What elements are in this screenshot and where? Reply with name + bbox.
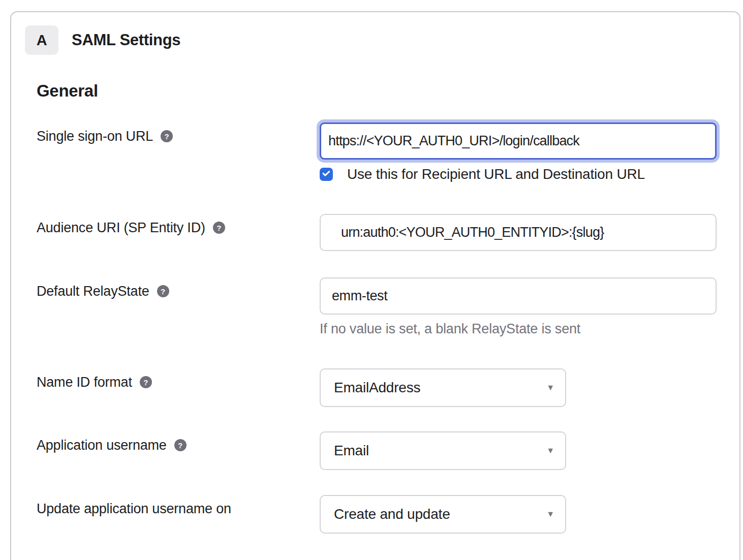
checkmark-icon <box>321 168 331 180</box>
name-id-format-label: Name ID format <box>37 375 132 390</box>
row-single-sign-on-url: Single sign-on URL ? Use this for Recipi… <box>37 122 739 182</box>
application-username-label: Application username <box>37 438 167 453</box>
update-application-username-select[interactable]: Create and update ▼ <box>320 495 566 534</box>
update-application-username-label: Update application username on <box>37 501 231 517</box>
default-relaystate-input[interactable] <box>320 277 717 315</box>
application-username-select[interactable]: Email ▼ <box>320 431 566 470</box>
row-audience-uri: Audience URI (SP Entity ID) ? <box>37 214 739 251</box>
chevron-down-icon: ▼ <box>546 510 554 519</box>
recipient-destination-checkbox-label[interactable]: Use this for Recipient URL and Destinati… <box>347 166 645 182</box>
row-default-relaystate: Default RelayState ? If no value is set,… <box>37 277 739 337</box>
default-relaystate-label: Default RelayState <box>37 284 149 299</box>
single-sign-on-url-label: Single sign-on URL <box>37 129 153 144</box>
help-icon[interactable]: ? <box>161 130 173 142</box>
panel-header: A SAML Settings <box>25 25 739 55</box>
audience-uri-input[interactable] <box>320 214 717 251</box>
help-icon[interactable]: ? <box>157 285 169 297</box>
saml-settings-form: Single sign-on URL ? Use this for Recipi… <box>37 122 739 534</box>
update-application-username-value: Create and update <box>334 506 450 522</box>
saml-settings-panel: A SAML Settings General Single sign-on U… <box>10 11 740 560</box>
panel-title: SAML Settings <box>72 31 180 49</box>
section-title-general: General <box>37 82 739 99</box>
name-id-format-select[interactable]: EmailAddress ▼ <box>320 368 566 407</box>
row-application-username: Application username ? Email ▼ <box>37 431 739 470</box>
relaystate-helper-text: If no value is set, a blank RelayState i… <box>320 321 717 337</box>
help-icon[interactable]: ? <box>213 222 225 234</box>
chevron-down-icon: ▼ <box>546 446 554 455</box>
step-badge: A <box>25 25 58 55</box>
audience-uri-label: Audience URI (SP Entity ID) <box>37 220 205 236</box>
row-update-application-username: Update application username on Create an… <box>37 495 739 534</box>
chevron-down-icon: ▼ <box>546 383 554 392</box>
name-id-format-value: EmailAddress <box>334 380 420 396</box>
help-icon[interactable]: ? <box>174 439 187 451</box>
single-sign-on-url-input[interactable] <box>320 122 717 160</box>
recipient-destination-checkbox[interactable] <box>320 168 333 181</box>
row-name-id-format: Name ID format ? EmailAddress ▼ <box>37 368 739 407</box>
help-icon[interactable]: ? <box>140 376 152 388</box>
application-username-value: Email <box>334 443 369 459</box>
